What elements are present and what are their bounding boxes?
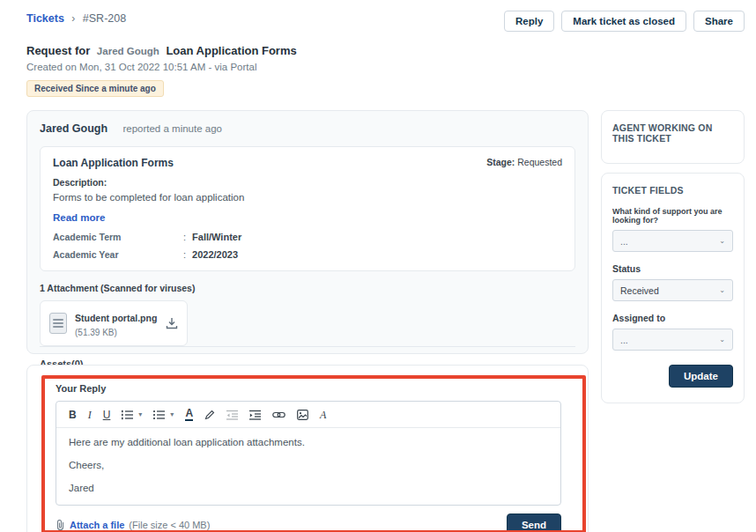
field-row-academic-term: Academic Term : Fall/Winter — [53, 232, 562, 242]
send-button[interactable]: Send — [507, 514, 561, 532]
field-value: 2022/2023 — [192, 249, 238, 260]
request-title: Request for Jared Gough Loan Application… — [26, 44, 745, 57]
ticket-fields-card: TICKET FIELDS What kind of support you a… — [601, 173, 745, 403]
attachment-meta: Student portal.png (51.39 KB) — [75, 309, 158, 337]
reply-editor[interactable]: B I U ▾ ▾ A — [56, 401, 561, 506]
support-kind-select[interactable]: ... ⌄ — [612, 230, 733, 252]
support-kind-label: What kind of support you are looking for… — [612, 207, 733, 225]
assigned-to-label: Assigned to — [612, 313, 733, 323]
stage-label: Stage: — [486, 157, 515, 167]
reply-card: Your Reply B I U ▾ ▾ A — [26, 365, 589, 532]
underline-icon[interactable]: U — [103, 410, 111, 420]
attach-file-hint: (File size < 40 MB) — [129, 520, 210, 530]
main-area: Jared Gough reported a minute ago Loan A… — [0, 97, 756, 532]
reply-line: Cheers, — [69, 460, 548, 471]
file-icon — [49, 313, 67, 334]
conversation-card: Jared Gough reported a minute ago Loan A… — [26, 110, 589, 354]
attachment-card[interactable]: Student portal.png (51.39 KB) — [40, 300, 188, 346]
agent-card: AGENT WORKING ON THIS TICKET — [601, 110, 745, 164]
chevron-down-icon: ⌄ — [719, 336, 725, 344]
download-icon[interactable] — [166, 317, 178, 329]
agent-card-title: AGENT WORKING ON THIS TICKET — [612, 122, 733, 144]
breadcrumb-separator: › — [71, 12, 75, 25]
request-header: Request for Jared Gough Loan Application… — [0, 32, 756, 97]
unordered-list-caret-icon[interactable]: ▾ — [170, 410, 174, 418]
link-icon[interactable] — [272, 410, 285, 419]
status-badge: Received Since a minute ago — [26, 80, 164, 97]
assigned-to-value: ... — [620, 335, 628, 345]
reporter-row: Jared Gough reported a minute ago — [40, 122, 575, 135]
paperclip-icon — [56, 520, 65, 530]
share-button[interactable]: Share — [693, 11, 745, 32]
stage-value: Requested — [517, 157, 562, 167]
request-item-card: Loan Application Forms Stage: Requested … — [40, 146, 575, 271]
ordered-list-caret-icon[interactable]: ▾ — [138, 410, 142, 418]
reply-title: Your Reply — [56, 383, 575, 394]
update-button[interactable]: Update — [669, 365, 733, 388]
breadcrumb: Tickets › #SR-208 — [26, 11, 126, 25]
font-color-icon[interactable]: A — [185, 408, 193, 421]
created-line: Created on Mon, 31 Oct 2022 10:51 AM - v… — [26, 62, 745, 72]
description-text: Forms to be completed for loan applicati… — [53, 192, 562, 203]
status-value: Received — [620, 285, 659, 296]
header-actions: Reply Mark ticket as closed Share — [504, 11, 745, 32]
chevron-down-icon: ⌄ — [719, 237, 725, 245]
request-subject: Loan Application Forms — [166, 44, 296, 57]
field-label: Academic Year — [53, 249, 183, 260]
breadcrumb-tickets-link[interactable]: Tickets — [26, 12, 64, 25]
bold-icon[interactable]: B — [69, 410, 77, 420]
attachment-size: (51.39 KB) — [75, 328, 158, 337]
ticket-fields-title: TICKET FIELDS — [612, 185, 733, 196]
assigned-to-select[interactable]: ... ⌄ — [612, 329, 733, 351]
chevron-down-icon: ⌄ — [719, 286, 725, 294]
field-value: Fall/Winter — [192, 232, 241, 242]
field-colon: : — [183, 249, 186, 260]
italic-icon[interactable]: I — [88, 410, 92, 420]
reply-button[interactable]: Reply — [504, 11, 554, 32]
pencil-icon[interactable] — [204, 410, 215, 420]
attach-file-row: Attach a file (File size < 40 MB) — [56, 520, 210, 530]
ordered-list-icon[interactable] — [122, 410, 133, 420]
attachment-name: Student portal.png — [75, 313, 157, 323]
reply-line: Jared — [69, 483, 548, 494]
update-button-row: Update — [612, 365, 733, 391]
field-row-academic-year: Academic Year : 2022/2023 — [53, 249, 562, 260]
item-title-row: Loan Application Forms Stage: Requested — [53, 157, 562, 169]
indent-icon[interactable] — [249, 410, 261, 420]
item-title: Loan Application Forms — [53, 157, 174, 169]
request-prefix: Request for — [26, 44, 90, 57]
attach-file-link[interactable]: Attach a file — [70, 520, 124, 530]
stage-field: Stage: Requested — [486, 157, 562, 169]
support-kind-value: ... — [620, 236, 628, 247]
image-icon[interactable] — [297, 410, 308, 420]
read-more-link[interactable]: Read more — [53, 212, 105, 223]
field-colon: : — [183, 232, 186, 242]
field-label: Academic Term — [53, 232, 183, 242]
mark-closed-button[interactable]: Mark ticket as closed — [561, 11, 686, 32]
breadcrumb-ticket-id: #SR-208 — [83, 12, 126, 25]
reply-line: Here are my additional loan application … — [69, 437, 548, 448]
unordered-list-icon[interactable] — [153, 410, 165, 420]
sidebar: AGENT WORKING ON THIS TICKET TICKET FIEL… — [601, 110, 745, 403]
text-style-icon[interactable]: A — [320, 410, 326, 420]
status-label: Status — [612, 263, 733, 274]
attachments-heading: 1 Attachment (Scanned for viruses) — [40, 283, 575, 293]
outdent-icon[interactable] — [226, 410, 238, 420]
top-bar: Tickets › #SR-208 Reply Mark ticket as c… — [0, 0, 756, 32]
reporter-name: Jared Gough — [40, 122, 107, 135]
editor-toolbar: B I U ▾ ▾ A — [56, 402, 560, 428]
reply-body[interactable]: Here are my additional loan application … — [56, 428, 560, 505]
left-column: Jared Gough reported a minute ago Loan A… — [26, 110, 589, 532]
description-label: Description: — [53, 177, 562, 188]
requester-name: Jared Gough — [97, 46, 159, 56]
reported-time: reported a minute ago — [122, 123, 222, 134]
status-select[interactable]: Received ⌄ — [612, 279, 733, 301]
reply-footer: Attach a file (File size < 40 MB) Send — [56, 514, 561, 532]
